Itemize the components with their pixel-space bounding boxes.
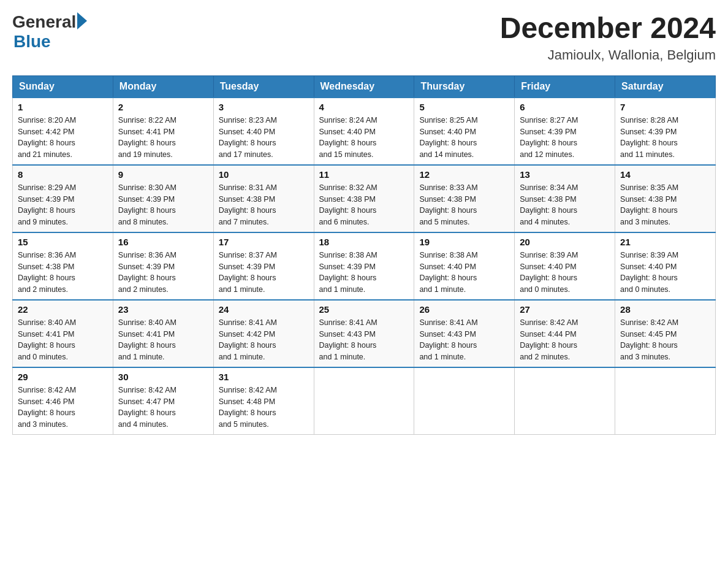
- day-number: 6: [520, 102, 610, 112]
- day-info: Sunrise: 8:35 AMSunset: 4:38 PMDaylight:…: [620, 182, 710, 228]
- day-number: 11: [319, 169, 409, 180]
- calendar-cell: 4Sunrise: 8:24 AMSunset: 4:40 PMDaylight…: [314, 98, 414, 165]
- calendar-cell: 18Sunrise: 8:38 AMSunset: 4:39 PMDayligh…: [314, 232, 414, 300]
- day-info: Sunrise: 8:38 AMSunset: 4:39 PMDaylight:…: [319, 250, 409, 296]
- calendar-cell: 24Sunrise: 8:41 AMSunset: 4:42 PMDayligh…: [213, 300, 314, 367]
- calendar-cell: 8Sunrise: 8:29 AMSunset: 4:39 PMDaylight…: [13, 165, 113, 232]
- day-number: 22: [18, 304, 108, 315]
- calendar-cell: 7Sunrise: 8:28 AMSunset: 4:39 PMDaylight…: [615, 98, 716, 165]
- day-number: 15: [18, 237, 108, 247]
- calendar-cell: 28Sunrise: 8:42 AMSunset: 4:45 PMDayligh…: [615, 300, 716, 367]
- day-number: 10: [219, 169, 309, 180]
- calendar-cell: 30Sunrise: 8:42 AMSunset: 4:47 PMDayligh…: [113, 367, 213, 435]
- title-area: December 2024 Jamioulx, Wallonia, Belgiu…: [500, 12, 716, 63]
- day-info: Sunrise: 8:42 AMSunset: 4:47 PMDaylight:…: [118, 385, 208, 431]
- day-number: 29: [18, 372, 108, 382]
- logo-arrow-icon: [77, 12, 87, 29]
- day-info: Sunrise: 8:42 AMSunset: 4:45 PMDaylight:…: [620, 317, 710, 363]
- day-number: 12: [419, 169, 509, 180]
- calendar-cell: 10Sunrise: 8:31 AMSunset: 4:38 PMDayligh…: [213, 165, 314, 232]
- header-wednesday: Wednesday: [314, 75, 414, 98]
- header-tuesday: Tuesday: [213, 75, 314, 98]
- calendar-cell: 16Sunrise: 8:36 AMSunset: 4:39 PMDayligh…: [113, 232, 213, 300]
- calendar-cell: 22Sunrise: 8:40 AMSunset: 4:41 PMDayligh…: [13, 300, 113, 367]
- calendar-cell: 20Sunrise: 8:39 AMSunset: 4:40 PMDayligh…: [515, 232, 615, 300]
- header-saturday: Saturday: [615, 75, 716, 98]
- calendar-cell: 9Sunrise: 8:30 AMSunset: 4:39 PMDaylight…: [113, 165, 213, 232]
- calendar-cell: 12Sunrise: 8:33 AMSunset: 4:38 PMDayligh…: [414, 165, 515, 232]
- day-number: 14: [620, 169, 710, 180]
- day-info: Sunrise: 8:36 AMSunset: 4:39 PMDaylight:…: [118, 250, 208, 296]
- day-number: 8: [18, 169, 108, 180]
- day-info: Sunrise: 8:38 AMSunset: 4:40 PMDaylight:…: [419, 250, 509, 296]
- day-info: Sunrise: 8:42 AMSunset: 4:44 PMDaylight:…: [520, 317, 610, 363]
- week-row-2: 8Sunrise: 8:29 AMSunset: 4:39 PMDaylight…: [13, 165, 716, 232]
- logo-text-general: General: [12, 12, 76, 32]
- calendar-cell: 11Sunrise: 8:32 AMSunset: 4:38 PMDayligh…: [314, 165, 414, 232]
- calendar-cell: 1Sunrise: 8:20 AMSunset: 4:42 PMDaylight…: [13, 98, 113, 165]
- day-info: Sunrise: 8:25 AMSunset: 4:40 PMDaylight:…: [419, 115, 509, 161]
- calendar-cell: 14Sunrise: 8:35 AMSunset: 4:38 PMDayligh…: [615, 165, 716, 232]
- logo-text-blue: Blue: [13, 32, 51, 52]
- logo: General Blue: [12, 12, 87, 52]
- day-number: 21: [620, 237, 710, 247]
- page-header: General Blue December 2024 Jamioulx, Wal…: [12, 12, 716, 63]
- day-number: 13: [520, 169, 610, 180]
- calendar-cell: 3Sunrise: 8:23 AMSunset: 4:40 PMDaylight…: [213, 98, 314, 165]
- location-subtitle: Jamioulx, Wallonia, Belgium: [500, 47, 716, 63]
- day-info: Sunrise: 8:23 AMSunset: 4:40 PMDaylight:…: [219, 115, 309, 161]
- calendar-cell: 29Sunrise: 8:42 AMSunset: 4:46 PMDayligh…: [13, 367, 113, 435]
- calendar-cell: 25Sunrise: 8:41 AMSunset: 4:43 PMDayligh…: [314, 300, 414, 367]
- calendar-cell: 5Sunrise: 8:25 AMSunset: 4:40 PMDaylight…: [414, 98, 515, 165]
- day-number: 20: [520, 237, 610, 247]
- header-sunday: Sunday: [13, 75, 113, 98]
- day-number: 2: [118, 102, 208, 112]
- header-thursday: Thursday: [414, 75, 515, 98]
- calendar-cell: 27Sunrise: 8:42 AMSunset: 4:44 PMDayligh…: [515, 300, 615, 367]
- day-number: 4: [319, 102, 409, 112]
- calendar-cell: 6Sunrise: 8:27 AMSunset: 4:39 PMDaylight…: [515, 98, 615, 165]
- header-friday: Friday: [515, 75, 615, 98]
- calendar-cell: 19Sunrise: 8:38 AMSunset: 4:40 PMDayligh…: [414, 232, 515, 300]
- day-info: Sunrise: 8:34 AMSunset: 4:38 PMDaylight:…: [520, 182, 610, 228]
- day-number: 7: [620, 102, 710, 112]
- calendar-cell: 2Sunrise: 8:22 AMSunset: 4:41 PMDaylight…: [113, 98, 213, 165]
- calendar-cell: [314, 367, 414, 435]
- day-info: Sunrise: 8:20 AMSunset: 4:42 PMDaylight:…: [18, 115, 108, 161]
- day-number: 5: [419, 102, 509, 112]
- day-info: Sunrise: 8:30 AMSunset: 4:39 PMDaylight:…: [118, 182, 208, 228]
- day-info: Sunrise: 8:37 AMSunset: 4:39 PMDaylight:…: [219, 250, 309, 296]
- calendar-cell: 31Sunrise: 8:42 AMSunset: 4:48 PMDayligh…: [213, 367, 314, 435]
- day-info: Sunrise: 8:41 AMSunset: 4:43 PMDaylight:…: [319, 317, 409, 363]
- day-info: Sunrise: 8:40 AMSunset: 4:41 PMDaylight:…: [118, 317, 208, 363]
- day-number: 16: [118, 237, 208, 247]
- day-info: Sunrise: 8:28 AMSunset: 4:39 PMDaylight:…: [620, 115, 710, 161]
- day-info: Sunrise: 8:41 AMSunset: 4:42 PMDaylight:…: [219, 317, 309, 363]
- day-info: Sunrise: 8:22 AMSunset: 4:41 PMDaylight:…: [118, 115, 208, 161]
- calendar-cell: 26Sunrise: 8:41 AMSunset: 4:43 PMDayligh…: [414, 300, 515, 367]
- day-number: 31: [219, 372, 309, 382]
- day-number: 24: [219, 304, 309, 315]
- week-row-4: 22Sunrise: 8:40 AMSunset: 4:41 PMDayligh…: [13, 300, 716, 367]
- day-number: 1: [18, 102, 108, 112]
- day-number: 3: [219, 102, 309, 112]
- day-info: Sunrise: 8:39 AMSunset: 4:40 PMDaylight:…: [620, 250, 710, 296]
- day-number: 28: [620, 304, 710, 315]
- day-number: 23: [118, 304, 208, 315]
- calendar-cell: 13Sunrise: 8:34 AMSunset: 4:38 PMDayligh…: [515, 165, 615, 232]
- day-info: Sunrise: 8:41 AMSunset: 4:43 PMDaylight:…: [419, 317, 509, 363]
- calendar-cell: 21Sunrise: 8:39 AMSunset: 4:40 PMDayligh…: [615, 232, 716, 300]
- day-number: 18: [319, 237, 409, 247]
- week-row-1: 1Sunrise: 8:20 AMSunset: 4:42 PMDaylight…: [13, 98, 716, 165]
- day-number: 9: [118, 169, 208, 180]
- day-info: Sunrise: 8:42 AMSunset: 4:46 PMDaylight:…: [18, 385, 108, 431]
- day-info: Sunrise: 8:31 AMSunset: 4:38 PMDaylight:…: [219, 182, 309, 228]
- calendar-cell: [615, 367, 716, 435]
- calendar-cell: 23Sunrise: 8:40 AMSunset: 4:41 PMDayligh…: [113, 300, 213, 367]
- day-info: Sunrise: 8:33 AMSunset: 4:38 PMDaylight:…: [419, 182, 509, 228]
- day-info: Sunrise: 8:24 AMSunset: 4:40 PMDaylight:…: [319, 115, 409, 161]
- calendar-header-row: SundayMondayTuesdayWednesdayThursdayFrid…: [13, 75, 716, 98]
- day-info: Sunrise: 8:27 AMSunset: 4:39 PMDaylight:…: [520, 115, 610, 161]
- calendar-cell: [515, 367, 615, 435]
- day-info: Sunrise: 8:36 AMSunset: 4:38 PMDaylight:…: [18, 250, 108, 296]
